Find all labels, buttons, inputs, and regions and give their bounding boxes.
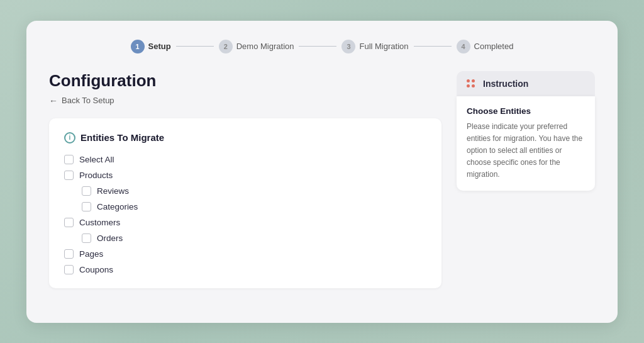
step-circle-2: 2 xyxy=(219,40,233,53)
instruction-body: Choose Entities Please indicate your pre… xyxy=(457,96,595,191)
step-circle-3: 3 xyxy=(341,40,355,53)
step-circle-1: 1 xyxy=(131,40,145,53)
step-4: 4 Completed xyxy=(457,40,514,53)
checkbox-products[interactable]: Products xyxy=(64,171,426,180)
checkbox-orders-box[interactable] xyxy=(82,233,91,243)
checkbox-products-label: Products xyxy=(79,171,113,180)
checkbox-customers-box[interactable] xyxy=(64,218,74,227)
back-label: Back To Setup xyxy=(62,96,114,105)
step-label-4: Completed xyxy=(474,42,514,51)
main-card: 1 Setup 2 Demo Migration 3 Full Migratio… xyxy=(26,21,618,323)
step-circle-4: 4 xyxy=(457,40,470,53)
checkbox-pages-label: Pages xyxy=(79,249,103,259)
checkbox-orders[interactable]: Orders xyxy=(82,233,426,243)
left-section: Configuration ← Back To Setup i Entities… xyxy=(49,71,441,288)
dot-1 xyxy=(467,79,470,82)
step-label-1: Setup xyxy=(148,42,171,51)
checkbox-categories[interactable]: Categories xyxy=(82,202,426,211)
checkbox-select-all-box[interactable] xyxy=(64,155,74,164)
instruction-text: Please indicate your preferred entities … xyxy=(467,121,585,181)
checkbox-products-box[interactable] xyxy=(64,171,74,180)
checkbox-reviews-box[interactable] xyxy=(82,186,91,196)
step-connector-2 xyxy=(299,46,336,47)
entities-title: i Entities To Migrate xyxy=(64,132,426,143)
step-connector-3 xyxy=(414,46,452,47)
instruction-title: Instruction xyxy=(483,79,528,89)
step-label-2: Demo Migration xyxy=(236,42,294,51)
checkbox-orders-label: Orders xyxy=(97,233,123,243)
checkbox-reviews[interactable]: Reviews xyxy=(82,186,426,196)
page-title: Configuration xyxy=(49,71,441,91)
back-arrow-icon: ← xyxy=(49,96,58,106)
instruction-panel: Instruction Choose Entities Please indic… xyxy=(457,71,595,191)
back-link[interactable]: ← Back To Setup xyxy=(49,96,441,106)
checkbox-coupons-label: Coupons xyxy=(79,265,113,274)
checkbox-coupons-box[interactable] xyxy=(64,265,74,274)
checkbox-pages-box[interactable] xyxy=(64,249,74,259)
instruction-header: Instruction xyxy=(457,71,595,96)
checkbox-categories-label: Categories xyxy=(97,202,138,211)
checkbox-customers-label: Customers xyxy=(79,218,120,227)
dot-3 xyxy=(467,84,470,87)
step-1: 1 Setup xyxy=(131,40,171,53)
checkbox-list: Select All Products Reviews Categories xyxy=(64,155,426,274)
info-icon: i xyxy=(64,132,75,143)
step-connector-1 xyxy=(176,46,214,47)
checkbox-select-all-label: Select All xyxy=(79,155,114,164)
dot-4 xyxy=(472,84,475,87)
step-label-3: Full Migration xyxy=(359,42,408,51)
dots-icon xyxy=(467,79,477,87)
checkbox-pages[interactable]: Pages xyxy=(64,249,426,259)
instruction-heading: Choose Entities xyxy=(467,106,585,116)
checkbox-coupons[interactable]: Coupons xyxy=(64,265,426,274)
step-3: 3 Full Migration xyxy=(341,40,408,53)
step-2: 2 Demo Migration xyxy=(219,40,294,53)
dot-2 xyxy=(472,79,475,82)
entities-box: i Entities To Migrate Select All Product… xyxy=(49,118,441,288)
stepper: 1 Setup 2 Demo Migration 3 Full Migratio… xyxy=(49,40,595,53)
checkbox-categories-box[interactable] xyxy=(82,202,91,211)
entities-section-title: Entities To Migrate xyxy=(80,132,164,143)
checkbox-reviews-label: Reviews xyxy=(97,186,129,196)
checkbox-select-all[interactable]: Select All xyxy=(64,155,426,164)
content-row: Configuration ← Back To Setup i Entities… xyxy=(49,71,595,288)
checkbox-customers[interactable]: Customers xyxy=(64,218,426,227)
